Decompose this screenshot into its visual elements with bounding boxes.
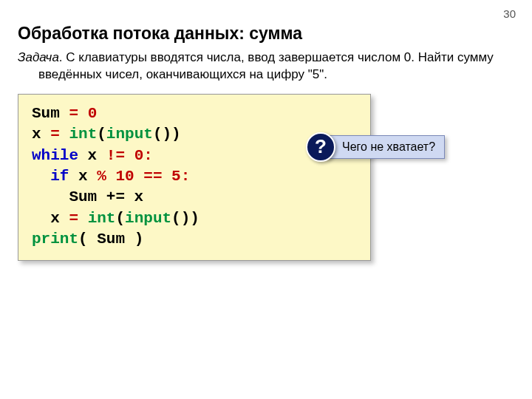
code-token: = xyxy=(69,105,87,122)
task-label: Задача xyxy=(18,50,59,64)
question-mark-icon: ? xyxy=(306,132,335,162)
code-token xyxy=(32,210,50,227)
code-token: Sum += x xyxy=(32,188,143,205)
code-token: ()) xyxy=(171,210,200,227)
code-token: : xyxy=(143,147,153,164)
code-token: x xyxy=(78,147,106,164)
code-token: : xyxy=(181,168,191,185)
slide-content: Обработка потока данных: сумма Задача. С… xyxy=(0,0,532,261)
callout-note: Чего не хватает? xyxy=(325,135,445,159)
code-token: if xyxy=(50,168,69,185)
code-token: % xyxy=(97,168,115,185)
code-token: 0 xyxy=(88,105,98,122)
code-token: x xyxy=(50,210,69,227)
code-token xyxy=(32,168,50,185)
code-token: x xyxy=(69,168,97,185)
code-token: != xyxy=(106,147,134,164)
code-token: Sum xyxy=(32,105,69,122)
code-token: int xyxy=(69,126,97,143)
code-token: int xyxy=(88,210,116,227)
code-token: print xyxy=(32,231,78,248)
task-paragraph: Задача. С клавиатуры вводятся числа, вво… xyxy=(18,50,510,83)
page-number: 30 xyxy=(503,7,516,20)
code-token: == xyxy=(134,168,171,185)
code-token: input xyxy=(106,126,153,143)
code-token: input xyxy=(125,210,171,227)
code-token: = xyxy=(50,126,69,143)
callout: ? Чего не хватает? xyxy=(306,132,445,162)
code-token: 0 xyxy=(134,147,144,164)
page-title: Обработка потока данных: сумма xyxy=(18,24,510,44)
task-text: . С клавиатуры вводятся числа, ввод заве… xyxy=(38,50,494,81)
code-token: = xyxy=(69,210,87,227)
code-token: while xyxy=(32,147,78,164)
code-token: 10 xyxy=(115,168,134,185)
code-token: 5 xyxy=(171,168,181,185)
code-token: ( xyxy=(115,210,125,227)
code-token: ( xyxy=(97,126,106,143)
code-token: ()) xyxy=(153,126,181,143)
code-region: Sum = 0 x = int(input()) while x != 0: i… xyxy=(18,94,371,261)
code-block: Sum = 0 x = int(input()) while x != 0: i… xyxy=(18,94,371,261)
code-token: x xyxy=(32,126,50,143)
code-token: ( Sum ) xyxy=(78,231,143,248)
